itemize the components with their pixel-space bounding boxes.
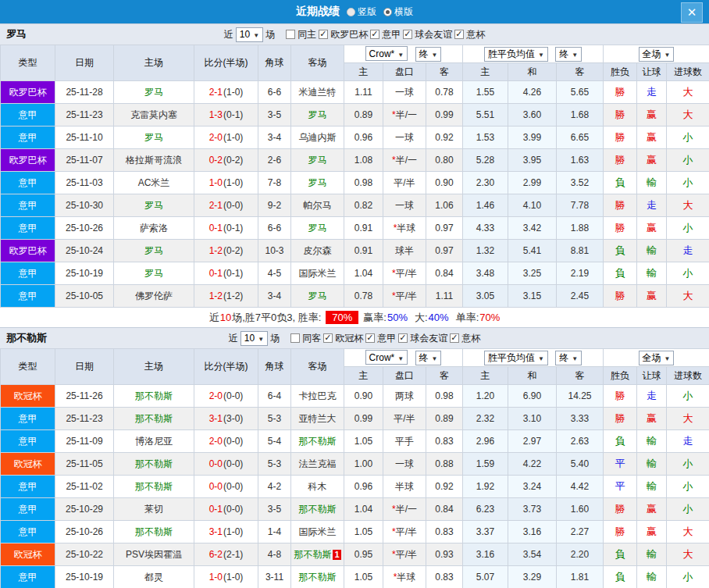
league-checkbox-seriea[interactable] [370, 30, 379, 39]
subcol-crow-home: 主 [344, 367, 383, 385]
league-label-coppa[interactable]: 意杯 [461, 332, 480, 345]
match-row: 欧冠杯 25-11-05 那不勒斯 0-0(0-0) 5-3 法兰克福 1.00… [1, 453, 709, 476]
home-team: 莱切 [114, 498, 194, 521]
league-checkbox-europa[interactable] [319, 30, 328, 39]
result-handicap: 走 [637, 194, 667, 217]
chevron-down-icon [664, 352, 671, 363]
match-date: 25-11-05 [55, 453, 114, 476]
league-badge: 欧罗巴杯 [1, 149, 55, 172]
odds-time-select[interactable]: 终 [415, 47, 442, 62]
avg-away-odds: 1.63 [557, 149, 604, 172]
crow-home-odds: 0.96 [344, 127, 383, 149]
filter-controls: 近 10 场 同主 欧罗巴杯 意甲 球会友谊 意杯 [224, 27, 485, 42]
fullmatch-select[interactable]: 全场 [639, 47, 675, 62]
result-handicap: 赢 [637, 149, 667, 172]
away-team: 皮尔森 [291, 240, 344, 262]
crow-away-odds: 0.84 [426, 498, 463, 521]
crow-away-odds: 0.83 [426, 566, 463, 588]
league-label-ucl[interactable]: 欧冠杯 [335, 332, 363, 345]
league-checkbox-coppa[interactable] [454, 30, 464, 39]
layout-horizontal-option[interactable]: 横版 [383, 5, 413, 19]
result-goals: 大 [667, 81, 709, 104]
subcol-goals: 进球数 [667, 367, 709, 385]
same-venue-checkbox[interactable] [286, 30, 295, 39]
result-win-draw-lose: 負 [604, 172, 637, 194]
league-checkbox-friendly[interactable] [398, 333, 408, 343]
radio-on-icon[interactable] [383, 8, 392, 16]
league-label-coppa[interactable]: 意杯 [466, 28, 485, 41]
league-checkbox-ucl[interactable] [323, 333, 333, 343]
match-count-select[interactable]: 10 [240, 331, 268, 346]
avg-home-odds: 1.59 [463, 453, 508, 476]
col-corner: 角球 [258, 349, 291, 385]
result-handicap: 輸 [637, 262, 667, 285]
handicap-line: *平/半 [383, 285, 426, 308]
avg-away-odds: 14.25 [557, 385, 604, 408]
avg-time-select[interactable]: 终 [555, 351, 582, 365]
avg-away-odds: 8.81 [557, 240, 604, 262]
same-venue-label[interactable]: 同客 [302, 332, 321, 345]
match-row: 意甲 25-10-19 都灵 1-0(1-0) 3-11 那不勒斯 1.05 *… [1, 566, 709, 588]
result-handicap: 赢 [637, 127, 667, 149]
summary-record: 场,胜7平0负3, 胜率: [232, 311, 321, 325]
score: 2-1(0-0) [194, 194, 258, 217]
half-time-score: (1-2) [223, 290, 243, 301]
league-label-europa[interactable]: 欧罗巴杯 [330, 28, 368, 41]
subcol-goals: 进球数 [667, 63, 709, 81]
handicap-line: *半球 [383, 217, 426, 240]
avg-home-odds: 2.96 [463, 430, 508, 453]
league-checkbox-seriea[interactable] [365, 333, 375, 343]
avg-odds-select[interactable]: 胜平负均值 [484, 47, 548, 62]
handicap-line: *半/一 [383, 498, 426, 521]
corner-count: 3-11 [258, 566, 291, 588]
full-time-score: 2-0 [209, 436, 223, 447]
league-checkbox-coppa[interactable] [450, 333, 459, 343]
avg-odds-select[interactable]: 胜平负均值 [484, 351, 548, 365]
league-label-friendly[interactable]: 球会友谊 [415, 28, 452, 41]
corner-count: 4-8 [258, 543, 291, 566]
full-time-score: 3-1 [209, 526, 223, 537]
away-team: 国际米兰 [291, 521, 344, 543]
home-team: 罗马 [114, 81, 194, 104]
avg-home-odds: 3.16 [463, 543, 508, 566]
home-team: 罗马 [114, 240, 194, 262]
layout-horizontal-label[interactable]: 横版 [394, 5, 413, 19]
layout-vertical-option[interactable]: 竖版 [347, 5, 376, 19]
league-label-friendly[interactable]: 球会友谊 [410, 332, 447, 345]
result-goals: 大 [667, 408, 709, 430]
fullmatch-select[interactable]: 全场 [639, 351, 675, 365]
filter-controls: 近 10 场 同客 欧冠杯 意甲 球会友谊 意杯 [229, 331, 480, 346]
league-checkbox-friendly[interactable] [403, 30, 412, 39]
chevron-down-icon [572, 352, 578, 363]
match-date: 25-10-19 [55, 262, 114, 285]
radio-off-icon[interactable] [347, 8, 355, 16]
score: 1-3(0-1) [194, 104, 258, 127]
crow-away-odds: 0.84 [426, 262, 463, 285]
result-goals: 大 [667, 194, 709, 217]
napoli-matches-table: 类型 日期 主场 比分(半场) 角球 客场 Crow* 终 胜平负均值 终 全场 [0, 348, 709, 588]
layout-vertical-label[interactable]: 竖版 [358, 5, 376, 19]
crow-away-odds: 0.92 [426, 476, 463, 498]
avg-home-odds: 1.92 [463, 476, 508, 498]
full-time-score: 1-0 [209, 177, 223, 188]
close-button[interactable]: ✕ [681, 2, 703, 23]
same-venue-label[interactable]: 同主 [297, 28, 316, 41]
league-badge: 意甲 [1, 430, 55, 453]
league-label-seriea[interactable]: 意甲 [377, 332, 396, 345]
avg-time-select[interactable]: 终 [555, 47, 582, 62]
result-win-draw-lose: 勝 [604, 217, 637, 240]
league-label-seriea[interactable]: 意甲 [382, 28, 401, 41]
match-count-select[interactable]: 10 [236, 27, 263, 42]
odds-source-select[interactable]: Crow* [365, 46, 408, 61]
avg-away-odds: 2.63 [557, 430, 604, 453]
handicap-line: *半/一 [383, 104, 426, 127]
result-win-draw-lose: 負 [604, 262, 637, 285]
avg-draw-odds: 3.15 [508, 285, 557, 308]
same-venue-checkbox[interactable] [290, 333, 300, 343]
odds-source-select[interactable]: Crow* [365, 350, 408, 365]
odds-time-select[interactable]: 终 [415, 351, 442, 365]
score: 0-0(0-0) [194, 476, 258, 498]
single-rate-label: 单率: [456, 311, 479, 325]
crow-home-odds: 0.98 [344, 172, 383, 194]
chevron-down-icon [664, 48, 671, 59]
